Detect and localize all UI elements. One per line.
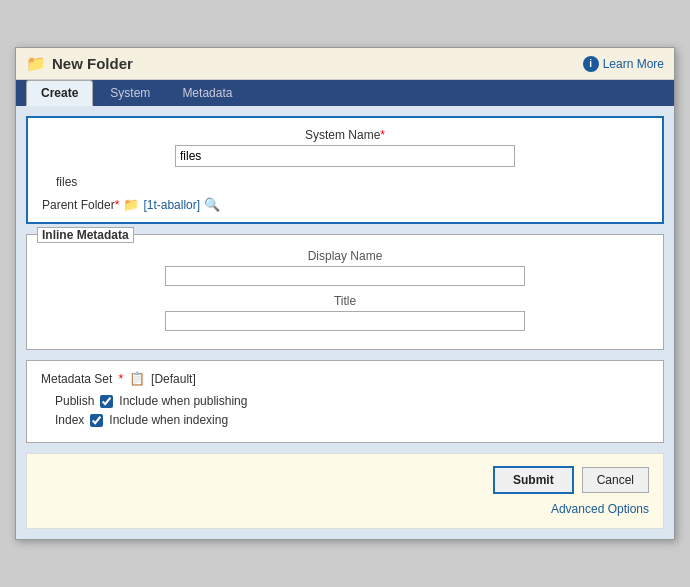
metadata-set-label: Metadata Set [41, 372, 112, 386]
submit-button[interactable]: Submit [493, 466, 574, 494]
title-label: Title [334, 294, 356, 308]
advanced-options-link[interactable]: Advanced Options [41, 502, 649, 516]
dialog-title-text: New Folder [52, 55, 133, 72]
learn-more-label: Learn More [603, 57, 664, 71]
publish-include-label: Include when publishing [119, 394, 247, 408]
display-name-label: Display Name [308, 249, 383, 263]
system-info-section: System Name* files Parent Folder* 📁 [1t-… [26, 116, 664, 224]
info-icon: i [583, 56, 599, 72]
metadata-set-required: * [118, 372, 123, 386]
publish-label: Publish [55, 394, 94, 408]
publish-index-section: Publish Include when publishing Index In… [41, 394, 649, 427]
footer-section: Submit Cancel Advanced Options [26, 453, 664, 529]
publish-checkbox[interactable] [100, 395, 113, 408]
system-name-value-display: files [56, 175, 648, 189]
index-include-label: Include when indexing [109, 413, 228, 427]
display-name-input[interactable] [165, 266, 525, 286]
parent-folder-label: Parent Folder* [42, 198, 119, 212]
dialog-body: System Name* files Parent Folder* 📁 [1t-… [16, 106, 674, 539]
dialog-title: 📁 New Folder [26, 54, 133, 73]
tab-metadata[interactable]: Metadata [167, 80, 247, 106]
index-row: Index Include when indexing [55, 413, 649, 427]
folder-icon: 📁 [26, 54, 46, 73]
parent-folder-link[interactable]: [1t-aballor] [143, 198, 200, 212]
system-name-field-row: System Name* [42, 128, 648, 167]
parent-folder-row: Parent Folder* 📁 [1t-aballor] 🔍 [42, 197, 648, 212]
metadata-set-row: Metadata Set * 📋 [Default] [41, 371, 649, 386]
tab-bar: Create System Metadata [16, 80, 674, 106]
title-field: Title [41, 294, 649, 331]
learn-more-link[interactable]: i Learn More [583, 56, 664, 72]
dialog-titlebar: 📁 New Folder i Learn More [16, 48, 674, 80]
footer-buttons: Submit Cancel [41, 466, 649, 494]
inline-metadata-section: Inline Metadata Display Name Title [26, 234, 664, 350]
index-checkbox[interactable] [90, 414, 103, 427]
metadata-set-value: [Default] [151, 372, 196, 386]
tab-create[interactable]: Create [26, 80, 93, 106]
index-label: Index [55, 413, 84, 427]
system-name-required: * [380, 128, 385, 142]
title-input[interactable] [165, 311, 525, 331]
metadata-set-section: Metadata Set * 📋 [Default] Publish Inclu… [26, 360, 664, 443]
cancel-button[interactable]: Cancel [582, 467, 649, 493]
parent-folder-required: * [115, 198, 120, 212]
tab-system[interactable]: System [95, 80, 165, 106]
new-folder-dialog: 📁 New Folder i Learn More Create System … [15, 47, 675, 540]
parent-folder-icon: 📁 [123, 197, 139, 212]
system-name-label: System Name* [305, 128, 385, 142]
publish-row: Publish Include when publishing [55, 394, 649, 408]
system-name-input[interactable] [175, 145, 515, 167]
display-name-field: Display Name [41, 249, 649, 286]
metadata-set-icon: 📋 [129, 371, 145, 386]
inline-metadata-legend: Inline Metadata [37, 227, 134, 243]
browse-icon[interactable]: 🔍 [204, 197, 220, 212]
